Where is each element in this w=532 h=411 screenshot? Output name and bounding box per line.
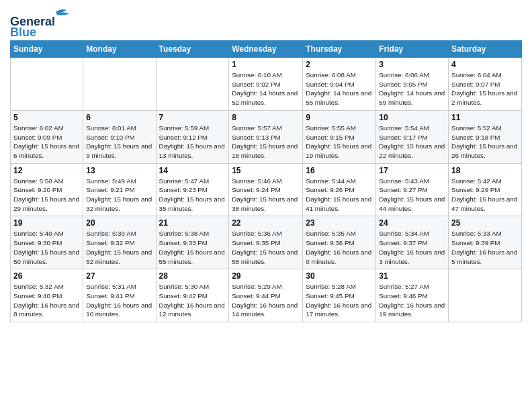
day-number: 28 [159, 271, 226, 281]
calendar-week-row: 1Sunrise: 6:10 AM Sunset: 9:02 PM Daylig… [11, 58, 522, 111]
calendar-cell: 25Sunrise: 5:33 AM Sunset: 9:39 PM Dayli… [449, 216, 522, 269]
day-info: Sunrise: 5:36 AM Sunset: 9:35 PM Dayligh… [232, 229, 300, 266]
day-info: Sunrise: 5:54 AM Sunset: 9:17 PM Dayligh… [379, 124, 445, 161]
page-header: General Blue [10, 7, 522, 36]
day-number: 24 [379, 218, 445, 228]
day-number: 10 [379, 113, 445, 122]
day-info: Sunrise: 6:10 AM Sunset: 9:02 PM Dayligh… [232, 71, 300, 107]
calendar-cell: 28Sunrise: 5:30 AM Sunset: 9:42 PM Dayli… [156, 269, 229, 322]
calendar-cell: 10Sunrise: 5:54 AM Sunset: 9:17 PM Dayli… [376, 110, 449, 163]
calendar-week-row: 5Sunrise: 6:02 AM Sunset: 9:09 PM Daylig… [11, 110, 522, 163]
day-number: 17 [379, 166, 445, 175]
day-number: 16 [306, 166, 373, 175]
calendar-cell: 29Sunrise: 5:29 AM Sunset: 9:44 PM Dayli… [229, 269, 303, 322]
svg-text:Blue: Blue [10, 26, 36, 36]
day-number: 4 [451, 60, 519, 69]
day-info: Sunrise: 5:28 AM Sunset: 9:45 PM Dayligh… [306, 282, 373, 319]
day-number: 5 [13, 113, 80, 122]
calendar-cell: 8Sunrise: 5:57 AM Sunset: 9:13 PM Daylig… [229, 110, 303, 163]
calendar-week-row: 19Sunrise: 5:40 AM Sunset: 9:30 PM Dayli… [11, 216, 522, 269]
day-number: 25 [451, 218, 519, 228]
calendar-cell: 27Sunrise: 5:31 AM Sunset: 9:41 PM Dayli… [83, 269, 156, 322]
day-number: 19 [13, 218, 80, 228]
calendar-table: SundayMondayTuesdayWednesdayThursdayFrid… [10, 40, 522, 322]
calendar-header-sunday: Sunday [11, 41, 83, 58]
calendar-cell: 14Sunrise: 5:47 AM Sunset: 9:23 PM Dayli… [156, 163, 229, 216]
calendar-cell: 11Sunrise: 5:52 AM Sunset: 9:18 PM Dayli… [449, 110, 522, 163]
day-number: 2 [306, 60, 373, 69]
day-number: 9 [306, 113, 373, 122]
day-number: 26 [13, 271, 80, 281]
calendar-header-saturday: Saturday [449, 41, 522, 58]
day-info: Sunrise: 5:42 AM Sunset: 9:29 PM Dayligh… [451, 177, 519, 214]
calendar-header-tuesday: Tuesday [156, 41, 229, 58]
day-info: Sunrise: 5:55 AM Sunset: 9:15 PM Dayligh… [306, 124, 373, 161]
day-info: Sunrise: 5:33 AM Sunset: 9:39 PM Dayligh… [451, 229, 519, 266]
calendar-cell: 23Sunrise: 5:35 AM Sunset: 9:36 PM Dayli… [303, 216, 376, 269]
calendar-cell: 3Sunrise: 6:06 AM Sunset: 9:05 PM Daylig… [376, 58, 449, 111]
day-number: 12 [13, 166, 80, 175]
day-info: Sunrise: 6:01 AM Sunset: 9:10 PM Dayligh… [86, 124, 152, 161]
calendar-cell: 22Sunrise: 5:36 AM Sunset: 9:35 PM Dayli… [229, 216, 303, 269]
calendar-cell: 1Sunrise: 6:10 AM Sunset: 9:02 PM Daylig… [229, 58, 303, 111]
day-info: Sunrise: 6:06 AM Sunset: 9:05 PM Dayligh… [379, 71, 445, 107]
day-number: 23 [306, 218, 373, 228]
day-info: Sunrise: 5:38 AM Sunset: 9:33 PM Dayligh… [159, 229, 226, 266]
calendar-cell [449, 269, 522, 322]
calendar-cell: 31Sunrise: 5:27 AM Sunset: 9:46 PM Dayli… [376, 269, 449, 322]
calendar-header-row: SundayMondayTuesdayWednesdayThursdayFrid… [11, 41, 522, 58]
day-info: Sunrise: 5:59 AM Sunset: 9:12 PM Dayligh… [159, 124, 226, 161]
day-info: Sunrise: 5:35 AM Sunset: 9:36 PM Dayligh… [306, 229, 373, 266]
day-number: 6 [86, 113, 152, 122]
calendar-cell: 5Sunrise: 6:02 AM Sunset: 9:09 PM Daylig… [11, 110, 83, 163]
logo: General Blue [10, 7, 97, 36]
day-number: 20 [86, 218, 152, 228]
day-number: 27 [86, 271, 152, 281]
day-info: Sunrise: 5:34 AM Sunset: 9:37 PM Dayligh… [379, 229, 445, 266]
calendar-week-row: 12Sunrise: 5:50 AM Sunset: 9:20 PM Dayli… [11, 163, 522, 216]
calendar-cell: 2Sunrise: 6:08 AM Sunset: 9:04 PM Daylig… [303, 58, 376, 111]
day-info: Sunrise: 5:39 AM Sunset: 9:32 PM Dayligh… [86, 229, 152, 266]
day-info: Sunrise: 6:02 AM Sunset: 9:09 PM Dayligh… [13, 124, 80, 161]
day-number: 30 [306, 271, 373, 281]
calendar-cell: 9Sunrise: 5:55 AM Sunset: 9:15 PM Daylig… [303, 110, 376, 163]
calendar-cell: 18Sunrise: 5:42 AM Sunset: 9:29 PM Dayli… [449, 163, 522, 216]
day-info: Sunrise: 5:46 AM Sunset: 9:24 PM Dayligh… [232, 177, 300, 214]
day-info: Sunrise: 5:44 AM Sunset: 9:26 PM Dayligh… [306, 177, 373, 214]
day-number: 14 [159, 166, 226, 175]
day-info: Sunrise: 5:49 AM Sunset: 9:21 PM Dayligh… [86, 177, 152, 214]
calendar-cell: 16Sunrise: 5:44 AM Sunset: 9:26 PM Dayli… [303, 163, 376, 216]
calendar-cell: 7Sunrise: 5:59 AM Sunset: 9:12 PM Daylig… [156, 110, 229, 163]
day-info: Sunrise: 5:27 AM Sunset: 9:46 PM Dayligh… [379, 282, 445, 319]
logo-svg: General Blue [10, 7, 97, 36]
calendar-cell: 20Sunrise: 5:39 AM Sunset: 9:32 PM Dayli… [83, 216, 156, 269]
day-number: 31 [379, 271, 445, 281]
calendar-header-monday: Monday [83, 41, 156, 58]
day-number: 13 [86, 166, 152, 175]
calendar-cell [156, 58, 229, 111]
day-number: 1 [232, 60, 300, 69]
day-number: 8 [232, 113, 300, 122]
calendar-week-row: 26Sunrise: 5:32 AM Sunset: 9:40 PM Dayli… [11, 269, 522, 322]
calendar-cell: 19Sunrise: 5:40 AM Sunset: 9:30 PM Dayli… [11, 216, 83, 269]
calendar-cell: 12Sunrise: 5:50 AM Sunset: 9:20 PM Dayli… [11, 163, 83, 216]
calendar-cell: 30Sunrise: 5:28 AM Sunset: 9:45 PM Dayli… [303, 269, 376, 322]
calendar-cell: 15Sunrise: 5:46 AM Sunset: 9:24 PM Dayli… [229, 163, 303, 216]
day-number: 22 [232, 218, 300, 228]
calendar-header-thursday: Thursday [303, 41, 376, 58]
day-number: 7 [159, 113, 226, 122]
day-info: Sunrise: 5:30 AM Sunset: 9:42 PM Dayligh… [159, 282, 226, 319]
day-info: Sunrise: 5:40 AM Sunset: 9:30 PM Dayligh… [13, 229, 80, 266]
calendar-header-friday: Friday [376, 41, 449, 58]
day-info: Sunrise: 5:50 AM Sunset: 9:20 PM Dayligh… [13, 177, 80, 214]
calendar-cell [11, 58, 83, 111]
calendar-cell: 21Sunrise: 5:38 AM Sunset: 9:33 PM Dayli… [156, 216, 229, 269]
calendar-cell: 4Sunrise: 6:04 AM Sunset: 9:07 PM Daylig… [449, 58, 522, 111]
day-info: Sunrise: 5:52 AM Sunset: 9:18 PM Dayligh… [451, 124, 519, 161]
day-info: Sunrise: 5:31 AM Sunset: 9:41 PM Dayligh… [86, 282, 152, 319]
day-info: Sunrise: 5:29 AM Sunset: 9:44 PM Dayligh… [232, 282, 300, 319]
day-number: 11 [451, 113, 519, 122]
calendar-header-wednesday: Wednesday [229, 41, 303, 58]
day-number: 3 [379, 60, 445, 69]
calendar-cell: 24Sunrise: 5:34 AM Sunset: 9:37 PM Dayli… [376, 216, 449, 269]
